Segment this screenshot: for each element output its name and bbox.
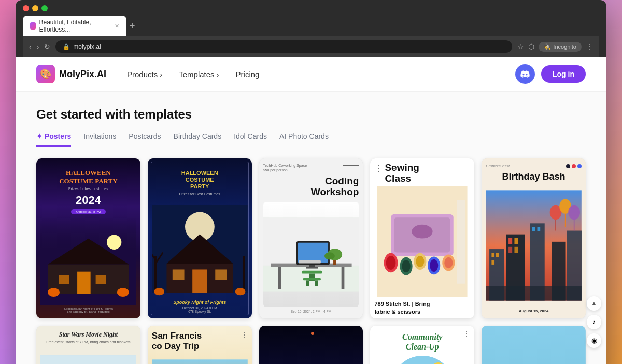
- pricing-label: Pricing: [236, 70, 260, 79]
- login-button[interactable]: Log in: [541, 65, 586, 83]
- svg-rect-126: [482, 326, 586, 364]
- products-chevron: [160, 70, 162, 79]
- discord-button[interactable]: [515, 64, 535, 84]
- card-coding-date: Sep 10, 2024, 2 PM - 4 PM: [263, 310, 359, 313]
- browser-window: Beautiful, Editable, Effortless... ✕ + ‹…: [16, 0, 606, 364]
- templates-grid: HalloweenCostume Party Prizes for best c…: [36, 158, 586, 364]
- svg-rect-30: [299, 260, 321, 264]
- tab-favicon: [30, 22, 36, 30]
- template-halloween-blue[interactable]: HalloweenCostumeParty Prizes for Best Co…: [148, 158, 252, 318]
- browser-tab[interactable]: Beautiful, Editable, Effortless... ✕: [23, 16, 126, 36]
- community-menu-icon[interactable]: ⋮: [463, 330, 470, 338]
- tiktok-icon[interactable]: ♪: [587, 315, 601, 329]
- card-halloween-1-subtitle: Prizes for best costumes: [68, 187, 108, 191]
- scroll-up-button[interactable]: ▲: [587, 296, 601, 311]
- svg-point-48: [416, 256, 425, 267]
- svg-rect-62: [508, 247, 512, 253]
- svg-rect-4: [59, 275, 69, 284]
- svg-rect-12: [192, 269, 207, 293]
- template-moon-night[interactable]: [259, 326, 363, 364]
- tab-title: Beautiful, Editable, Effortless...: [39, 19, 108, 33]
- bookmark-button[interactable]: ☆: [517, 42, 524, 51]
- products-link[interactable]: Products: [127, 70, 162, 79]
- template-community-cleanup[interactable]: ⋮ CommunityClean-Up: [370, 326, 474, 364]
- close-dot[interactable]: [23, 5, 29, 11]
- svg-point-71: [568, 205, 580, 220]
- minimize-dot[interactable]: [32, 5, 38, 11]
- svg-rect-53: [457, 200, 465, 284]
- template-sf-trip[interactable]: ⋮ San Francisco Day Trip: [148, 326, 252, 364]
- svg-rect-24: [278, 267, 281, 289]
- svg-rect-92: [152, 359, 248, 364]
- sf-menu-icon[interactable]: ⋮: [241, 331, 248, 339]
- svg-rect-63: [515, 247, 518, 253]
- address-bar[interactable]: 🔒 molypix.ai: [55, 40, 512, 53]
- svg-point-42: [412, 225, 433, 239]
- logo-area: 🎨 MolyPix.AI: [36, 65, 106, 83]
- template-birthday-bash[interactable]: Emma's 21st Birthday Bash: [482, 158, 586, 318]
- tab-birthday-cards[interactable]: Birthday Cards: [174, 132, 222, 147]
- tab-invitations[interactable]: Invitations: [83, 132, 116, 147]
- menu-button[interactable]: ⋮: [586, 42, 593, 51]
- scroll-controls: ▲ ♪ ◉: [587, 296, 601, 348]
- tab-ai-photo-cards[interactable]: AI Photo Cards: [279, 132, 329, 147]
- template-golden-gate[interactable]: [482, 326, 586, 364]
- svg-rect-36: [303, 278, 320, 280]
- logo-icon: 🎨: [36, 65, 55, 83]
- card-sewing-title: SewingClass: [385, 163, 419, 184]
- extensions-button[interactable]: ⬡: [528, 42, 534, 51]
- address-bar-row: ‹ › ↻ 🔒 molypix.ai ☆ ⬡ 🕵 Incognito ⋮: [23, 36, 599, 57]
- svg-point-33: [324, 252, 335, 259]
- template-sewing-class[interactable]: ⋮ SewingClass: [370, 158, 474, 318]
- svg-point-46: [402, 260, 411, 272]
- lock-icon: 🔒: [63, 43, 70, 50]
- tab-postcards[interactable]: Postcards: [129, 132, 161, 147]
- svg-rect-25: [341, 267, 344, 289]
- nav-actions: Log in: [515, 64, 586, 84]
- svg-rect-34: [302, 271, 322, 274]
- card-bday-header: Emma's 21st: [486, 164, 510, 168]
- nav-links: Products Templates Pricing: [127, 70, 515, 79]
- svg-rect-56: [492, 253, 495, 257]
- browser-actions: ☆ ⬡ 🕵 Incognito ⋮: [517, 42, 593, 52]
- maximize-dot[interactable]: [41, 5, 48, 11]
- incognito-badge: 🕵 Incognito: [539, 42, 582, 52]
- template-coding-workshop[interactable]: TechHub Coworking Space $50 per person C…: [259, 158, 363, 318]
- card-halloween-1-title: HalloweenCostume Party: [59, 169, 117, 185]
- svg-rect-37: [306, 280, 309, 286]
- svg-point-5: [48, 288, 60, 297]
- login-label: Log in: [553, 70, 574, 78]
- forward-button[interactable]: ›: [37, 42, 39, 51]
- tab-idol-cards[interactable]: Idol Cards: [234, 132, 267, 147]
- card-bday-date: August 15, 2024: [486, 309, 582, 313]
- card-halloween-2-date: October 31, 2024 8 PM: [182, 306, 217, 310]
- back-button[interactable]: ‹: [29, 42, 32, 51]
- main-content: Get started with templates ✦ Posters Inv…: [16, 92, 606, 364]
- svg-rect-66: [538, 227, 541, 231]
- tab-posters[interactable]: ✦ Posters: [36, 132, 71, 147]
- tab-close-button[interactable]: ✕: [115, 23, 119, 30]
- card-halloween-2-night: Spooky Night of Frights: [173, 300, 226, 305]
- card-sw-subtitle: Free event, starts at 7 PM, bring chairs…: [46, 340, 130, 344]
- template-star-wars[interactable]: Star Wars Movie Night Free event, starts…: [36, 326, 140, 364]
- svg-point-19: [154, 288, 164, 295]
- pricing-link[interactable]: Pricing: [236, 70, 260, 79]
- sewing-menu-icon[interactable]: ⋮: [374, 164, 383, 173]
- card-sf-title: San Francisco Day Trip: [152, 331, 248, 352]
- tab-bar: Beautiful, Editable, Effortless... ✕ +: [23, 16, 599, 36]
- svg-point-50: [430, 259, 439, 272]
- new-tab-button[interactable]: +: [130, 21, 135, 32]
- refresh-button[interactable]: ↻: [44, 42, 50, 51]
- templates-label: Templates: [179, 70, 214, 79]
- grid-wrapper: HalloweenCostume Party Prizes for best c…: [36, 158, 586, 364]
- card-sw-title: Star Wars Movie Night: [59, 331, 118, 338]
- templates-link[interactable]: Templates: [179, 70, 219, 79]
- instagram-icon[interactable]: ◉: [587, 333, 601, 348]
- template-halloween-dark[interactable]: HalloweenCostume Party Prizes for best c…: [36, 158, 140, 318]
- section-title: Get started with templates: [36, 107, 586, 122]
- url-text: molypix.ai: [73, 43, 101, 50]
- svg-rect-57: [496, 253, 499, 257]
- svg-rect-61: [515, 238, 518, 244]
- svg-rect-38: [315, 280, 318, 286]
- products-label: Products: [127, 70, 158, 79]
